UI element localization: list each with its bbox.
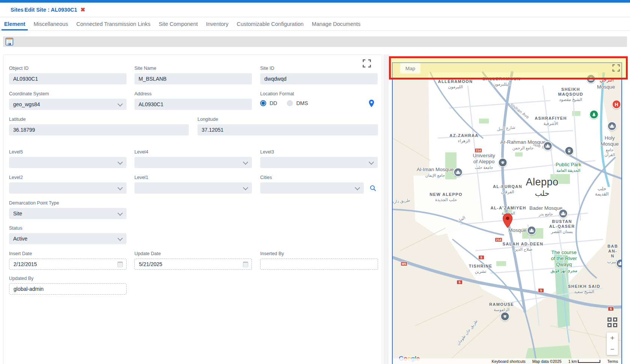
map-label: Ar-Rahman Mosqueجامع الرحمن [500,139,546,150]
field-location-format: Location Format DD DMS [260,91,369,106]
nav-customizable-configuration[interactable]: Customizable Configuration [232,17,307,30]
cities-select[interactable] [260,182,364,194]
route-shield-badge: 5 [457,280,463,284]
level3-select[interactable] [260,157,378,168]
tree-poi-icon[interactable] [589,110,599,119]
nav-miscellaneous[interactable]: Miscellaneous [29,17,72,30]
inserted-by-input[interactable] [260,259,378,270]
tab-edit-site[interactable]: Edit Site : AL0930C1 ✖ [24,3,85,17]
map-label: الحلد [457,215,466,224]
map-label: ASHRAFIYEHالأشرفية [535,116,567,126]
nav-element[interactable]: Element [0,17,29,30]
map-fullscreen-button[interactable] [612,63,621,72]
site-name-input[interactable]: M_BSLANB [134,73,252,84]
chevron-down-icon [243,159,248,165]
map-label: NEW ALEPPOحلب الجديدة [430,192,463,202]
site-location-marker[interactable] [503,213,513,230]
field-label: Level4 [134,149,252,155]
field-label: Location Format [260,91,369,96]
map-scale: 1 km [565,359,604,364]
updated-by-input[interactable]: global-admin [9,283,127,295]
field-site-id: Site ID dwqdwqd [260,66,378,84]
zoom-in-button[interactable]: + [607,332,618,344]
demarcation-point-type-select[interactable]: Site [9,208,127,219]
status-select[interactable]: Active [9,233,127,244]
level1-select[interactable] [134,182,252,194]
map-label: Aleppoحلب [526,176,558,198]
map-type-button[interactable]: Map [400,63,421,74]
map-tiles-toggle-button[interactable] [607,317,618,328]
search-icon [369,185,377,192]
latitude-input[interactable]: 36.18799 [9,124,189,135]
field-inserted-by: Inserted By [260,251,378,270]
nav-site-component[interactable]: Site Component [155,17,202,30]
form-toolbar [3,36,627,47]
level5-select[interactable] [9,157,127,168]
close-tab-icon[interactable]: ✖ [80,6,85,13]
radio-dd-label: DD [270,100,277,106]
field-level1: Level1 [134,175,252,194]
school-poi-icon[interactable] [498,158,508,167]
nav-manage-documents[interactable]: Manage Documents [308,17,365,30]
map-label: طريق دارة [392,198,410,204]
zoom-out-button[interactable]: − [607,344,618,355]
coordinate-system-value: geo_wgs84 [13,101,40,107]
nav-inventory[interactable]: Inventory [202,17,233,30]
status-value: Active [13,236,27,242]
site-id-input[interactable]: dwqdwqd [260,73,378,84]
object-id-input[interactable]: AL0930C1 [9,73,127,84]
map-canvas[interactable]: ALLERAMOONالليرمونBALLERAMOUNالبللبرمونS… [393,63,621,364]
mosque-poi-icon[interactable] [607,122,617,131]
field-level5: Level5 [9,149,127,168]
update-date-input[interactable]: 5/21/2025 [134,259,252,270]
map-panel[interactable]: ALLERAMOONالليرمونBALLERAMOUNالبللبرمونS… [392,62,622,364]
level4-select[interactable] [134,157,252,168]
radio-dd[interactable]: DD [260,100,277,106]
field-label: Inserted By [260,251,378,256]
tab-sites[interactable]: Sites [11,3,24,17]
radio-dms[interactable]: DMS [287,100,308,106]
mosque-poi-icon[interactable] [543,141,553,151]
chevron-down-icon [118,211,123,216]
location-pin-icon [369,99,374,107]
rail-poi-icon[interactable] [565,146,574,156]
cities-search-button[interactable] [369,185,377,193]
tab-sites-label: Sites [11,7,24,13]
longitude-input[interactable]: 37.12051 [197,124,378,135]
save-button[interactable] [5,38,14,46]
map-scale-label: 1 km [568,359,577,364]
field-update-date: Update Date 5/21/2025 [134,251,252,270]
terms-link[interactable]: Terms [604,359,621,364]
mosque-poi-icon[interactable] [454,168,463,177]
hospital-poi-icon[interactable]: H [612,100,621,109]
level2-select[interactable] [9,182,127,194]
map-zoom-control: + − [607,332,618,355]
map-header-highlight-rect: Map [389,56,628,80]
mosque-poi-icon[interactable] [559,209,568,218]
chevron-down-icon [118,185,123,190]
route-shield-badge: 214 [495,238,502,242]
calendar-icon[interactable] [243,262,248,267]
mosque-poi-icon[interactable] [527,226,537,235]
field-label: Demarcation Point Type [9,200,127,206]
insert-date-input[interactable]: 2/12/2015 [9,259,127,270]
show-on-map-pin-button[interactable] [369,99,374,109]
object-id-value: AL0930C1 [13,76,38,82]
school-poi-icon[interactable] [500,312,510,321]
latitude-value: 36.18799 [13,127,35,133]
map-label: TISHRINEتشرين [469,264,493,274]
nav-connected-transmission-links[interactable]: Connected Transmission Links [72,17,154,30]
calendar-icon[interactable] [118,262,123,267]
form-scrollbar[interactable] [384,54,388,364]
field-label: Update Date [134,251,252,256]
field-insert-date: Insert Date 2/12/2015 [9,251,127,270]
map-label: طريق خان طومان [455,319,479,346]
map-scale-bar [578,360,600,363]
field-label: Cities [260,175,364,180]
map-label: SHEIKH SAIDالشيخ سعيد [568,284,600,294]
keyboard-shortcuts-link[interactable]: Keyboard shortcuts [488,359,529,364]
address-input[interactable]: AL0930C1 [134,99,252,110]
field-label: Longitude [197,117,378,122]
mosque-poi-icon[interactable] [616,259,622,268]
coordinate-system-select[interactable]: geo_wgs84 [9,99,127,110]
